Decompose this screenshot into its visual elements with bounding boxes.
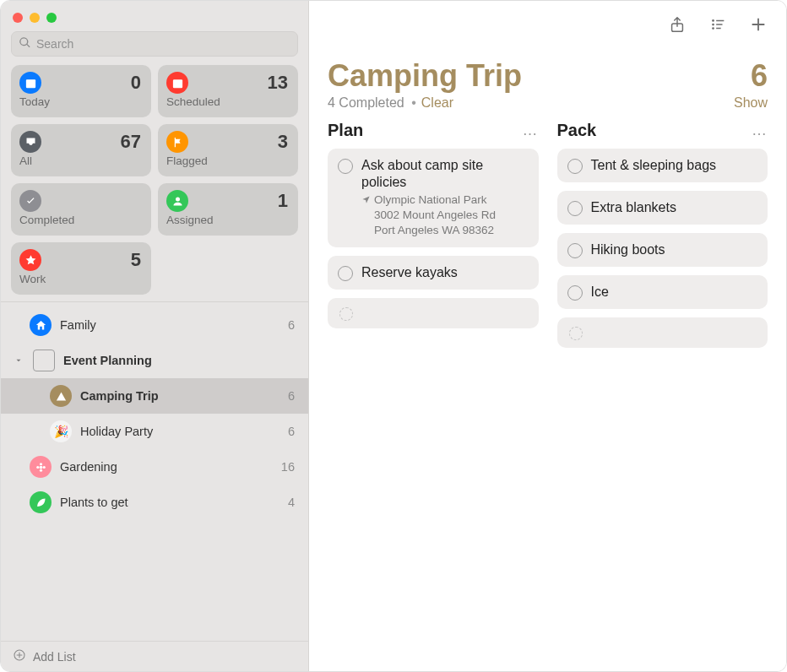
plus-circle-icon xyxy=(13,648,26,664)
column-more-button[interactable]: … xyxy=(752,122,768,139)
flower-icon xyxy=(30,456,52,478)
placeholder-circle-icon xyxy=(569,327,583,340)
reminder-title: Extra blankets xyxy=(591,199,757,216)
tile-all[interactable]: 67 All xyxy=(11,124,151,176)
calendar-icon xyxy=(166,72,188,94)
svg-point-3 xyxy=(176,197,180,201)
reminder-card[interactable]: Extra blankets xyxy=(557,191,768,225)
group-icon xyxy=(33,350,55,371)
column-title: Plan xyxy=(328,121,363,140)
tile-label: All xyxy=(19,154,141,167)
reminder-title: Hiking boots xyxy=(591,241,757,258)
tile-scheduled[interactable]: 13 Scheduled xyxy=(158,65,298,117)
share-button[interactable] xyxy=(668,15,687,37)
checkbox[interactable] xyxy=(567,201,583,216)
smart-lists-grid: 0 Today 13 Scheduled 67 All xyxy=(1,65,308,301)
sidebar-item-count: 16 xyxy=(281,460,295,474)
reminder-title: Reserve kayaks xyxy=(361,264,527,281)
sidebar-group-event-planning[interactable]: Event Planning xyxy=(1,343,308,378)
svg-point-13 xyxy=(712,24,714,26)
maximize-window-button[interactable] xyxy=(46,13,57,23)
leaf-icon xyxy=(30,491,52,513)
reminder-card[interactable]: Ask about camp site policies Olympic Nat… xyxy=(328,149,539,247)
reminder-card[interactable]: Ice xyxy=(557,275,768,309)
location-line: Port Angeles WA 98362 xyxy=(374,223,496,238)
svg-point-8 xyxy=(42,465,45,468)
sidebar-item-gardening[interactable]: Gardening 16 xyxy=(1,449,308,485)
checkbox[interactable] xyxy=(338,159,353,174)
add-reminder-placeholder[interactable] xyxy=(557,317,768,348)
tile-count: 67 xyxy=(121,131,141,153)
tile-work[interactable]: 5 Work xyxy=(11,242,151,295)
reminder-title: Ask about camp site policies xyxy=(361,157,527,191)
main-content: Camping Trip 6 4 Completed Clear Show Pl… xyxy=(309,1,786,671)
house-icon xyxy=(30,314,52,336)
reminder-card[interactable]: Reserve kayaks xyxy=(328,256,539,290)
sidebar-item-count: 6 xyxy=(288,318,295,332)
column-plan: Plan … Ask about camp site policies Olym… xyxy=(328,121,539,348)
tile-count: 5 xyxy=(131,249,141,271)
location-arrow-icon xyxy=(361,192,371,209)
sidebar-item-count: 4 xyxy=(288,496,295,509)
reminder-card[interactable]: Tent & sleeping bags xyxy=(557,149,768,182)
checkbox[interactable] xyxy=(567,159,583,174)
flag-icon xyxy=(166,131,188,153)
column-more-button[interactable]: … xyxy=(523,122,539,139)
close-window-button[interactable] xyxy=(13,13,23,23)
tile-label: Flagged xyxy=(166,154,288,167)
star-icon xyxy=(19,249,41,271)
checkbox[interactable] xyxy=(338,266,353,281)
tile-count: 13 xyxy=(268,72,288,94)
chevron-down-icon xyxy=(13,356,24,365)
sidebar-item-plants[interactable]: Plants to get 4 xyxy=(1,485,308,520)
tile-label: Today xyxy=(19,95,141,108)
tent-icon xyxy=(50,385,72,407)
sidebar-item-family[interactable]: Family 6 xyxy=(1,307,308,343)
svg-point-11 xyxy=(712,19,714,22)
reminder-title: Tent & sleeping bags xyxy=(591,157,757,174)
svg-point-15 xyxy=(712,27,714,30)
svg-point-4 xyxy=(39,465,42,469)
checkbox[interactable] xyxy=(567,243,583,258)
completed-summary: 4 Completed Clear xyxy=(328,95,453,111)
sidebar-item-label: Plants to get xyxy=(60,496,280,509)
search-field[interactable] xyxy=(11,31,298,57)
sidebar-item-label: Event Planning xyxy=(63,354,295,367)
tile-assigned[interactable]: 1 Assigned xyxy=(158,183,298,236)
tile-label: Completed xyxy=(19,214,141,226)
tile-count: 1 xyxy=(278,190,288,212)
sidebar-item-holiday-party[interactable]: 🎉 Holiday Party 6 xyxy=(1,414,308,449)
placeholder-circle-icon xyxy=(339,307,353,321)
tile-today[interactable]: 0 Today xyxy=(11,65,151,117)
search-input[interactable] xyxy=(36,37,290,51)
view-options-button[interactable] xyxy=(708,15,727,37)
person-icon xyxy=(166,190,188,212)
reminder-card[interactable]: Hiking boots xyxy=(557,233,768,267)
tray-icon xyxy=(19,131,41,153)
minimize-window-button[interactable] xyxy=(30,13,40,23)
tile-label: Work xyxy=(19,273,141,285)
checkbox[interactable] xyxy=(567,285,583,301)
tile-completed[interactable]: Completed xyxy=(11,183,151,236)
sidebar-item-label: Camping Trip xyxy=(80,389,280,403)
clear-completed-button[interactable]: Clear xyxy=(421,95,453,110)
sidebar-item-label: Gardening xyxy=(60,460,273,474)
party-icon: 🎉 xyxy=(50,420,72,442)
svg-rect-2 xyxy=(172,79,182,88)
tile-count: 3 xyxy=(278,131,288,153)
tile-flagged[interactable]: 3 Flagged xyxy=(158,124,298,176)
location-line: Olympic National Park xyxy=(374,192,496,208)
svg-point-5 xyxy=(39,463,41,465)
add-list-button[interactable]: Add List xyxy=(1,641,308,671)
svg-rect-1 xyxy=(25,79,35,82)
sidebar-item-camping-trip[interactable]: Camping Trip 6 xyxy=(1,378,308,414)
add-list-label: Add List xyxy=(33,650,76,664)
location-line: 3002 Mount Angeles Rd xyxy=(374,208,496,223)
add-reminder-placeholder[interactable] xyxy=(328,298,539,328)
svg-point-6 xyxy=(39,469,41,471)
reminder-location: Olympic National Park 3002 Mount Angeles… xyxy=(361,192,527,239)
svg-point-7 xyxy=(36,465,39,468)
show-completed-button[interactable]: Show xyxy=(734,95,768,111)
new-reminder-button[interactable] xyxy=(749,15,768,37)
completed-count-text: 4 Completed xyxy=(328,95,404,110)
